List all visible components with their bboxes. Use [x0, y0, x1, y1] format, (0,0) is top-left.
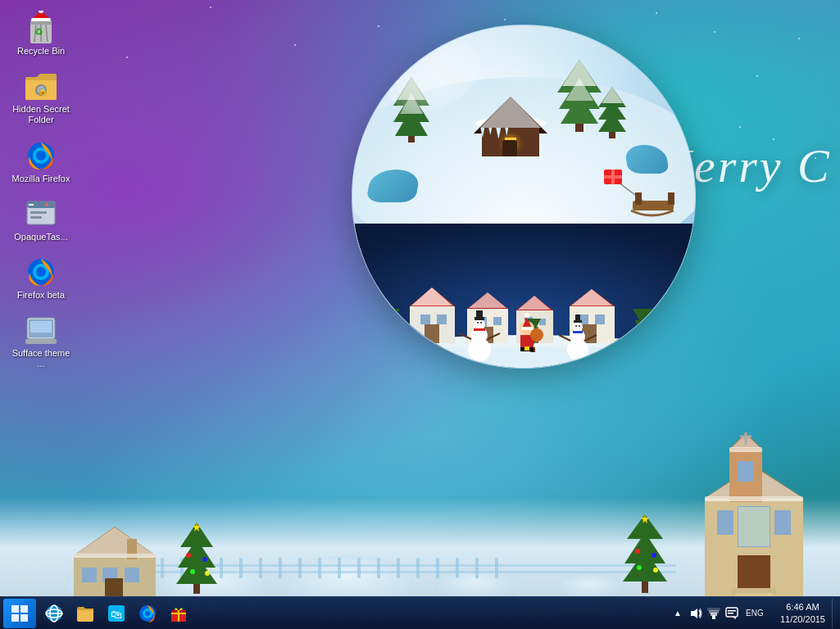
svg-rect-85 — [575, 314, 580, 322]
svg-rect-55 — [387, 343, 392, 348]
svg-rect-120 — [738, 507, 770, 546]
opaque-task-icon[interactable]: OpaqueTas... — [8, 194, 74, 246]
firefox-beta-image — [25, 256, 57, 288]
show-desktop-button[interactable] — [832, 599, 837, 628]
svg-rect-157 — [30, 216, 42, 219]
svg-rect-15 — [609, 132, 615, 138]
tray-action-center-icon[interactable] — [724, 606, 739, 621]
svg-rect-99 — [74, 554, 156, 558]
svg-point-87 — [579, 325, 580, 327]
desktop-icons: ♻ Recycle Bin 🔒 — [8, 8, 74, 373]
svg-point-106 — [190, 569, 195, 574]
svg-rect-118 — [774, 510, 791, 535]
svg-rect-121 — [738, 461, 754, 482]
svg-rect-189 — [728, 610, 736, 612]
svg-rect-97 — [105, 578, 123, 596]
taskbar-ie-icon[interactable] — [39, 599, 69, 628]
globe-tree-right — [557, 60, 602, 133]
clock-date: 11/20/2015 — [780, 613, 825, 625]
svg-rect-165 — [11, 605, 19, 613]
scene-xmas-tree-1 — [176, 523, 217, 596]
svg-point-151 — [36, 151, 46, 161]
svg-text:🛍: 🛍 — [111, 608, 122, 621]
firefox-beta-label: Firefox beta — [17, 290, 65, 301]
taskbar-clock[interactable]: 6:46 AM 11/20/2015 — [774, 601, 832, 625]
tray-volume-icon[interactable] — [688, 606, 703, 621]
svg-rect-24 — [635, 192, 642, 205]
christmas-globe — [352, 25, 696, 369]
mozilla-firefox-icon[interactable]: Mozilla Firefox — [8, 136, 74, 188]
taskbar-store-icon[interactable]: 🛍 — [102, 599, 131, 628]
svg-point-133 — [637, 565, 642, 570]
taskbar-tray: ▲ — [664, 597, 774, 629]
scene-xmas-tree-2 — [623, 514, 668, 596]
svg-rect-187 — [707, 608, 720, 611]
svg-rect-32 — [437, 314, 447, 324]
svg-rect-125 — [705, 496, 803, 501]
bottom-church — [684, 432, 828, 596]
svg-marker-16 — [602, 87, 623, 103]
tray-language-icon[interactable]: ENG — [742, 606, 767, 621]
globe-cabin — [482, 121, 539, 166]
fence — [82, 558, 676, 578]
taskbar-pinned-icons: 🛍 — [39, 597, 193, 629]
svg-rect-62 — [641, 342, 646, 346]
svg-rect-94 — [82, 568, 97, 582]
svg-text:🔒: 🔒 — [38, 85, 48, 96]
hidden-secret-folder-icon[interactable]: 🔒 Hidden Secret Folder — [8, 66, 74, 129]
start-button[interactable] — [3, 599, 36, 628]
svg-rect-79 — [524, 346, 529, 351]
sufface-theme-image — [25, 314, 57, 346]
svg-point-160 — [36, 267, 46, 277]
svg-rect-163 — [30, 321, 52, 333]
svg-marker-183 — [691, 609, 697, 618]
desktop: Merry C — [0, 0, 840, 629]
svg-point-134 — [653, 568, 658, 572]
svg-point-69 — [480, 322, 482, 324]
hidden-folder-label: Hidden Secret Folder — [11, 104, 70, 125]
sufface-theme-label: Sufface theme ... — [11, 348, 70, 369]
svg-point-105 — [202, 557, 207, 562]
recycle-bin-image: ♻ — [25, 11, 57, 44]
svg-rect-154 — [29, 204, 34, 206]
hidden-folder-image: 🔒 — [25, 70, 57, 102]
recycle-bin-icon[interactable]: ♻ Recycle Bin — [8, 8, 74, 60]
svg-rect-67 — [476, 310, 483, 319]
svg-rect-167 — [11, 614, 19, 622]
firefox-beta-icon[interactable]: Firefox beta — [8, 252, 74, 304]
svg-point-131 — [635, 549, 640, 554]
svg-rect-33 — [425, 324, 439, 343]
svg-point-68 — [477, 322, 479, 324]
svg-rect-70 — [474, 328, 485, 331]
svg-text:♻: ♻ — [34, 26, 43, 38]
svg-rect-117 — [717, 510, 733, 535]
svg-rect-77 — [521, 327, 533, 330]
svg-rect-38 — [493, 317, 502, 325]
svg-rect-3 — [408, 136, 415, 143]
taskbar-explorer-icon[interactable] — [70, 599, 100, 628]
svg-rect-130 — [642, 581, 648, 593]
opaque-task-label: OpaqueTas... — [14, 232, 67, 242]
svg-rect-166 — [20, 605, 28, 613]
svg-point-65 — [474, 319, 485, 330]
svg-point-83 — [573, 322, 583, 332]
globe-tree-far-right — [598, 87, 627, 140]
svg-rect-31 — [420, 314, 430, 324]
svg-rect-22 — [604, 175, 622, 179]
cabin-icicles — [480, 128, 508, 139]
firefox-image — [25, 139, 57, 172]
svg-rect-103 — [193, 584, 200, 594]
recycle-bin-label: Recycle Bin — [17, 46, 65, 57]
svg-rect-88 — [573, 331, 583, 333]
svg-rect-25 — [668, 192, 674, 205]
taskbar: 🛍 — [0, 596, 840, 629]
svg-marker-18 — [480, 97, 541, 128]
taskbar-firefox-icon[interactable] — [133, 599, 162, 628]
taskbar-gift-icon[interactable] — [164, 599, 193, 628]
tray-show-hidden-icon[interactable]: ▲ — [670, 606, 685, 621]
svg-marker-93 — [75, 527, 154, 554]
svg-point-78 — [524, 313, 529, 318]
tray-network-icon[interactable] — [706, 606, 721, 621]
svg-rect-156 — [30, 211, 47, 214]
sufface-theme-icon[interactable]: Sufface theme ... — [8, 310, 74, 373]
